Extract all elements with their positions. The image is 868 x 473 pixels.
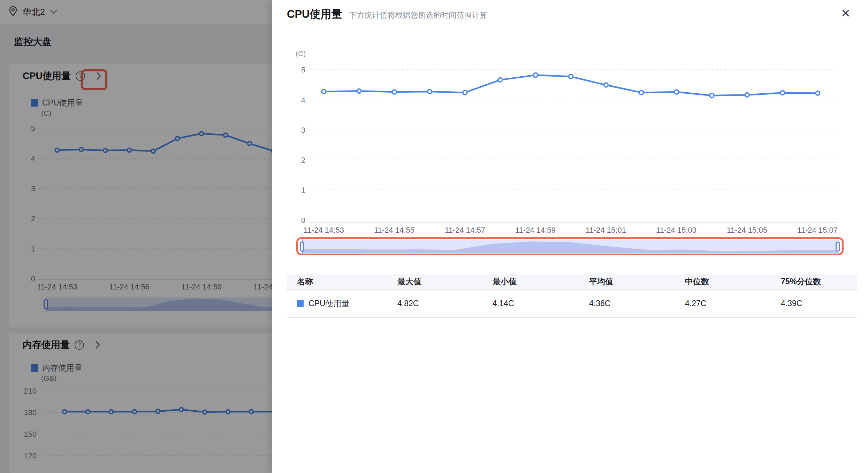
table-row: CPU使用量 4.82C 4.14C 4.36C 4.27C 4.39C (287, 290, 857, 318)
p75-value-cell: 4.39C (770, 299, 857, 308)
svg-text:11-24 14:59: 11-24 14:59 (515, 226, 556, 234)
cpu-usage-detail-chart: 54321011-24 14:5311-24 14:5511-24 14:571… (272, 0, 868, 237)
svg-text:11-24 14:55: 11-24 14:55 (374, 226, 414, 234)
svg-text:11-24 15:01: 11-24 15:01 (586, 226, 626, 234)
svg-text:11-24 15:05: 11-24 15:05 (727, 226, 767, 234)
col-header-median: 中位数 (675, 276, 770, 287)
brush-handle-left[interactable] (300, 242, 304, 252)
col-header-min: 最小值 (482, 276, 579, 287)
min-value-cell: 4.14C (482, 299, 579, 308)
svg-text:11-24 15:03: 11-24 15:03 (656, 226, 696, 234)
col-header-name: 名称 (287, 276, 387, 287)
series-name-cell: CPU使用量 (287, 298, 387, 309)
avg-value-cell: 4.36C (579, 299, 675, 308)
cpu-usage-detail-modal: CPU使用量 下方统计值将根据您所选的时间范围计算 ✕ (C) 54321011… (272, 0, 868, 473)
svg-text:11-24 15:07: 11-24 15:07 (797, 226, 838, 234)
statistics-table: 名称 最大值 最小值 平均值 中位数 75%分位数 CPU使用量 4.82C 4… (287, 274, 857, 318)
col-header-avg: 平均值 (579, 276, 675, 287)
max-value-cell: 4.82C (387, 299, 482, 308)
svg-text:1: 1 (301, 186, 305, 194)
col-header-p75: 75%分位数 (770, 276, 857, 287)
table-header-row: 名称 最大值 最小值 平均值 中位数 75%分位数 (287, 274, 857, 290)
screen: 华北2 监控大盘 CPU使用量 ? CPU使用量 (C) 54321 (0, 0, 868, 473)
brush-handle-right[interactable] (836, 242, 840, 252)
median-value-cell: 4.27C (675, 299, 770, 308)
svg-text:2: 2 (301, 156, 305, 164)
svg-text:3: 3 (301, 126, 305, 134)
series-color-swatch (297, 300, 304, 307)
svg-text:11-24 14:53: 11-24 14:53 (304, 226, 344, 234)
svg-text:5: 5 (301, 65, 305, 74)
time-range-brush[interactable] (302, 240, 838, 253)
svg-text:11-24 14:57: 11-24 14:57 (445, 226, 485, 234)
svg-text:0: 0 (301, 216, 305, 225)
svg-text:4: 4 (301, 96, 305, 104)
col-header-max: 最大值 (387, 276, 482, 287)
